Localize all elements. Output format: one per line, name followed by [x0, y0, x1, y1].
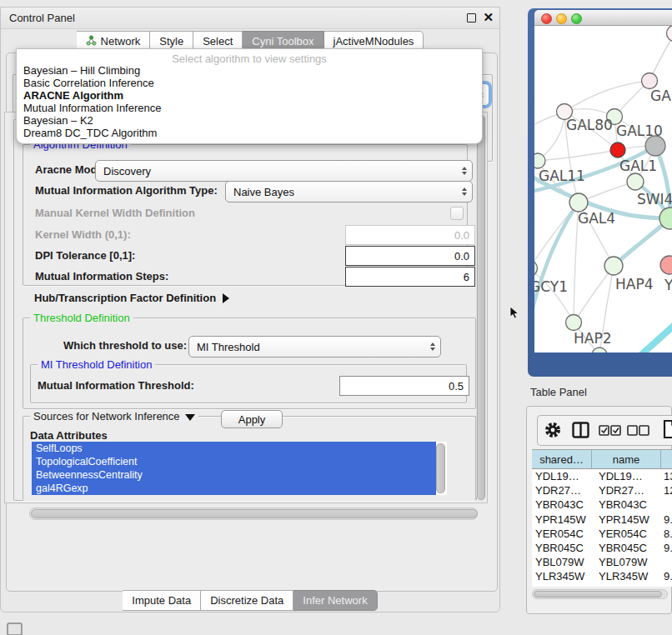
select-all-columns-icon[interactable] — [599, 424, 621, 439]
dropdown-option[interactable]: Basic Correlation Inference — [17, 78, 482, 90]
minimize-traffic-light-icon[interactable] — [556, 13, 567, 24]
network-node-label: GAL4 — [578, 210, 615, 227]
mi-threshold-field[interactable]: 0.5 — [339, 376, 469, 396]
table-row[interactable]: YBL079W YBL079W — [532, 555, 672, 569]
tab[interactable]: Discretize Data — [201, 590, 293, 611]
dropdown-option-label: ARACNE Algorithm — [23, 89, 123, 102]
dpi-tolerance-label: DPI Tolerance [0,1]: — [35, 249, 135, 262]
dropdown-option-label: Dream8 DC_TDC Algorithm — [23, 127, 157, 139]
dropdown-option[interactable]: Bayesian – K2 — [17, 115, 482, 128]
mi-steps-label: Mutual Information Steps: — [35, 270, 168, 282]
manual-kernel-checkbox[interactable] — [450, 207, 464, 220]
cell-name: YBL079W — [592, 556, 661, 568]
table-row[interactable]: YDR27… YDR27… 12 — [532, 483, 672, 498]
control-panel-title: Control Panel — [9, 12, 75, 24]
kernel-width-field[interactable]: 0.0 — [345, 225, 475, 245]
tab[interactable]: Infer Network — [293, 590, 377, 611]
mouse-cursor — [509, 306, 519, 323]
kernel-width-label: Kernel Width (0,1): — [35, 228, 131, 241]
aracne-mode-combobox[interactable]: Discovery — [95, 160, 473, 182]
hub-definition-expander[interactable]: Hub/Transcription Factor Definition — [34, 292, 229, 304]
manual-kernel-label: Manual Kernel Width Definition — [35, 207, 195, 219]
scrollbar-thumb[interactable] — [477, 115, 485, 500]
table-row[interactable]: YIL052C YIL052C 9 — [532, 584, 672, 588]
dpi-tolerance-value: 0.0 — [454, 250, 469, 262]
cell-shared-name: YPR145W — [532, 513, 592, 526]
attribute-list-item[interactable]: TopologicalCoefficient — [32, 455, 436, 468]
tab[interactable]: Impute Data — [123, 590, 201, 611]
network-edge[interactable] — [634, 325, 672, 352]
tab-label: Discretize Data — [210, 594, 283, 607]
network-window-titlebar[interactable] — [534, 10, 672, 26]
dropdown-option-label: Bayesian – Hill Climbing — [23, 64, 140, 77]
cell-name: YDL19… — [592, 470, 661, 482]
dpi-tolerance-field[interactable]: 0.0 — [345, 246, 475, 266]
table-row[interactable]: YBR043C YBR043C — [532, 498, 672, 512]
attribute-list-scrollbar[interactable] — [436, 443, 445, 493]
dropdown-option-label: Basic Correlation Inference — [23, 77, 154, 89]
network-node[interactable] — [604, 257, 623, 275]
table-horizontal-scrollbar — [532, 589, 668, 599]
data-attributes-list: SelfLoops TopologicalCoefficient Between… — [32, 442, 447, 495]
mi-steps-field[interactable]: 6 — [345, 267, 475, 287]
apply-button[interactable]: Apply — [221, 410, 283, 428]
dropdown-option[interactable]: Dream8 DC_TDC Algorithm — [17, 128, 482, 140]
column-header[interactable]: name — [592, 450, 661, 468]
dropdown-option[interactable]: Bayesian – Hill Climbing — [17, 65, 482, 78]
network-node[interactable] — [667, 26, 672, 42]
table-row[interactable]: YPR145W YPR145W 9. — [532, 512, 672, 527]
which-threshold-combobox[interactable]: MI Threshold — [188, 336, 441, 358]
cell-value: 12 — [661, 484, 672, 497]
cell-name: YIL052C — [592, 585, 661, 587]
column-header[interactable] — [661, 450, 672, 468]
network-node-label: GCY1 — [534, 278, 568, 295]
table-row[interactable]: YBR045C YBR045C 9. — [532, 541, 672, 555]
mi-type-combobox[interactable]: Naive Bayes — [225, 181, 473, 202]
attribute-list-item[interactable]: SelfLoops — [32, 442, 436, 455]
close-icon[interactable]: ✕ — [483, 10, 494, 25]
float-panel-icon[interactable] — [467, 13, 476, 22]
split-columns-icon[interactable] — [572, 422, 589, 442]
network-node[interactable] — [610, 142, 625, 158]
tab-label: Style — [159, 35, 183, 48]
deselect-all-columns-icon[interactable] — [627, 424, 649, 439]
column-header[interactable]: shared… — [532, 450, 592, 468]
dock-panel-icon[interactable] — [7, 622, 23, 635]
network-node[interactable] — [660, 256, 672, 274]
network-node[interactable] — [534, 153, 545, 168]
network-view-frame: GAL7GAL80GAL10GAL1GAL11SWI4GAL4GCY1HAP4Y… — [528, 8, 672, 377]
network-graph[interactable]: GAL7GAL80GAL10GAL1GAL11SWI4GAL4GCY1HAP4Y… — [534, 26, 672, 352]
network-node[interactable] — [642, 73, 658, 89]
network-edge[interactable] — [538, 150, 618, 161]
attribute-list-item[interactable]: gal4RGexp — [32, 482, 436, 495]
scrollbar-thumb[interactable] — [31, 509, 478, 518]
tab-label: Select — [203, 35, 233, 48]
apply-button-label: Apply — [238, 413, 266, 426]
network-node[interactable] — [627, 173, 644, 190]
combo-spinner-icon — [462, 167, 467, 175]
network-node[interactable] — [569, 193, 588, 212]
tab-label: Network — [101, 35, 141, 48]
close-traffic-light-icon[interactable] — [541, 13, 552, 24]
dropdown-option[interactable]: Mutual Information Inference — [17, 102, 482, 115]
cell-name: YDR27… — [592, 484, 661, 497]
attribute-name: gal4RGexp — [36, 482, 88, 494]
network-edge[interactable] — [564, 81, 649, 112]
network-node[interactable] — [566, 315, 582, 331]
new-document-icon[interactable] — [663, 419, 672, 442]
table-row[interactable]: YER054C YER054C 8. — [532, 527, 672, 541]
network-edge[interactable] — [574, 266, 614, 322]
settings-gear-icon[interactable] — [544, 421, 562, 442]
dropdown-option[interactable]: ARACNE Algorithm — [17, 90, 482, 102]
scrollbar-thumb[interactable] — [534, 591, 662, 598]
table-row[interactable]: YDL19… YDL19… 13 — [532, 469, 672, 483]
settings-scroll-viewport: Cyni Algorithm Settings Algorithm Defini… — [4, 112, 488, 503]
table-row[interactable]: YLR345W YLR345W 9. — [532, 569, 672, 583]
cell-value: 8. — [661, 528, 672, 540]
attribute-list-item[interactable]: BetweennessCentrality — [32, 468, 436, 482]
cell-name: YPR145W — [592, 513, 661, 526]
network-canvas[interactable]: GAL7GAL80GAL10GAL1GAL11SWI4GAL4GCY1HAP4Y… — [534, 26, 672, 352]
zoom-traffic-light-icon[interactable] — [571, 13, 582, 24]
attribute-name: TopologicalCoefficient — [36, 456, 137, 468]
tab-label: Cyni Toolbox — [252, 35, 313, 48]
